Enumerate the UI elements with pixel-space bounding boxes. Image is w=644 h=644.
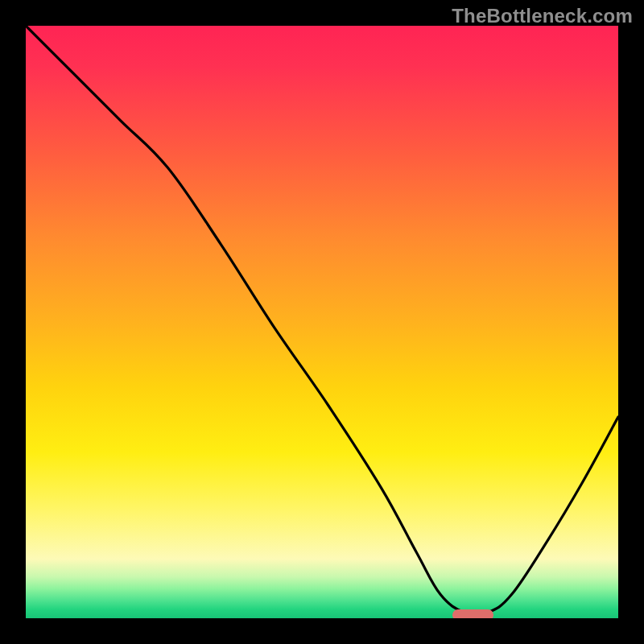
watermark-label: TheBottleneck.com <box>452 5 633 27</box>
bottleneck-curve <box>26 26 618 618</box>
plot-area <box>26 26 618 618</box>
minimum-marker <box>452 609 494 618</box>
chart-frame: TheBottleneck.com <box>0 0 644 644</box>
curve-path <box>26 26 618 615</box>
